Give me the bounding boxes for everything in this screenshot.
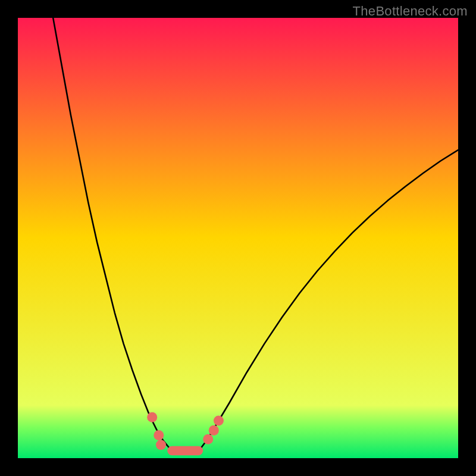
marker-dot — [203, 434, 213, 444]
gradient-background — [18, 18, 458, 458]
marker-dot — [214, 416, 224, 426]
chart-frame: TheBottleneck.com — [0, 0, 476, 476]
bottleneck-curve-chart — [18, 18, 458, 458]
marker-dot — [147, 412, 157, 422]
marker-dot — [154, 430, 164, 440]
marker-dot — [209, 425, 219, 436]
marker-dot — [156, 440, 166, 450]
watermark-text: TheBottleneck.com — [353, 4, 468, 19]
